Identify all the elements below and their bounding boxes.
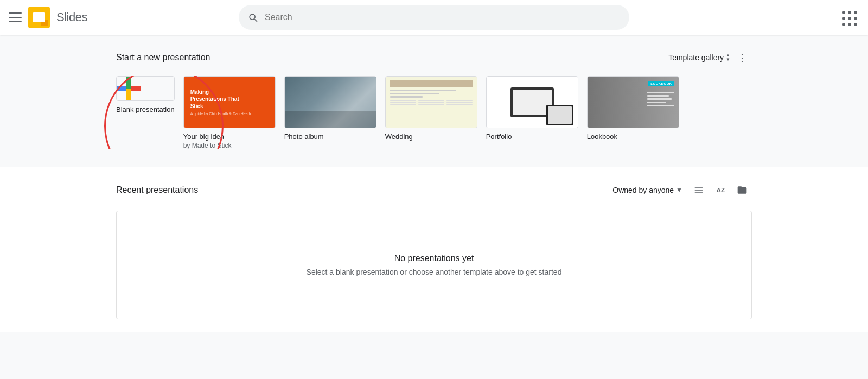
grid-dot bbox=[854, 17, 857, 20]
wedding-line-2 bbox=[390, 93, 439, 94]
wedding-col-line bbox=[418, 104, 444, 105]
wedding-col-line bbox=[446, 104, 473, 105]
wedding-col-line bbox=[418, 100, 444, 101]
recent-header: Recent presentations Owned by anyone ▼ bbox=[116, 180, 752, 200]
wedding-col-3 bbox=[446, 100, 473, 124]
portfolio-visual bbox=[487, 77, 578, 128]
template-card-made-to-stick[interactable]: MakingPresentations ThatStick A guide by… bbox=[183, 76, 276, 149]
sort-icon: AZ bbox=[715, 185, 726, 195]
made-stick-title-text: MakingPresentations ThatStick bbox=[190, 89, 239, 110]
wedding-col-line bbox=[446, 100, 473, 101]
owned-by-dropdown[interactable]: Owned by anyone ▼ bbox=[612, 186, 682, 194]
wedding-col-line bbox=[390, 102, 416, 103]
wedding-col-2 bbox=[418, 100, 444, 124]
template-section: Start a new presentation Template galler… bbox=[0, 35, 868, 158]
main-content: Start a new presentation Template galler… bbox=[0, 35, 868, 332]
wedding-col-line bbox=[446, 102, 473, 103]
grid-dot bbox=[848, 17, 851, 20]
template-card-lookbook[interactable]: LOOKBOOK Lookbook bbox=[587, 76, 679, 149]
search-icon bbox=[247, 12, 258, 23]
svg-rect-1 bbox=[695, 190, 703, 191]
grid-dot bbox=[842, 17, 845, 20]
lookbook-tag: LOOKBOOK bbox=[648, 81, 674, 86]
template-gallery-label: Template gallery bbox=[668, 53, 724, 62]
sort-button[interactable]: AZ bbox=[711, 180, 730, 200]
made-stick-thumb-visual: MakingPresentations ThatStick A guide by… bbox=[184, 77, 275, 128]
list-view-icon bbox=[693, 185, 704, 195]
portfolio-screen bbox=[513, 90, 552, 115]
portfolio-thumb bbox=[486, 76, 578, 128]
no-presentations-title: No presentations yet bbox=[394, 254, 474, 263]
wedding-name: Wedding bbox=[385, 132, 477, 141]
made-to-stick-sub: by Made to Stick bbox=[183, 142, 276, 149]
recent-container: No presentations yet Select a blank pres… bbox=[116, 211, 752, 319]
lookbook-thumb: LOOKBOOK bbox=[587, 76, 679, 128]
photo-album-image bbox=[285, 77, 376, 128]
search-input-wrap[interactable] bbox=[239, 5, 629, 30]
lookbook-line-5 bbox=[647, 105, 674, 106]
more-options-button[interactable] bbox=[732, 48, 752, 67]
template-card-photo-album[interactable]: Photo album bbox=[284, 76, 376, 149]
slides-logo-inner bbox=[33, 12, 45, 22]
wedding-thumb bbox=[385, 76, 477, 128]
wedding-columns bbox=[390, 100, 473, 124]
chevron-updown-icon bbox=[726, 53, 730, 62]
view-toggle: AZ bbox=[689, 180, 752, 200]
recent-title: Recent presentations bbox=[116, 185, 198, 195]
template-card-blank[interactable]: Blank presentation bbox=[116, 76, 175, 149]
svg-text:AZ: AZ bbox=[717, 186, 725, 193]
templates-scroll: Blank presentation MakingPresentations T… bbox=[0, 76, 868, 149]
no-presentations-subtitle: Select a blank presentation or choose an… bbox=[307, 268, 562, 276]
app-icon bbox=[28, 7, 50, 28]
wedding-col-line bbox=[418, 102, 444, 103]
photo-album-thumb bbox=[284, 76, 376, 128]
wedding-col-line bbox=[390, 100, 416, 101]
plus-v-bar bbox=[126, 77, 131, 100]
header-right bbox=[751, 7, 859, 28]
wedding-lines bbox=[390, 90, 473, 98]
photo-album-name: Photo album bbox=[284, 132, 376, 141]
folder-button[interactable] bbox=[732, 180, 752, 200]
wedding-visual bbox=[386, 77, 477, 128]
template-card-wedding[interactable]: Wedding bbox=[385, 76, 477, 149]
wedding-col-line bbox=[390, 104, 416, 105]
header: Slides bbox=[0, 0, 868, 35]
recent-section: Recent presentations Owned by anyone ▼ bbox=[0, 167, 868, 332]
svg-rect-2 bbox=[695, 192, 703, 193]
grid-dot bbox=[854, 23, 857, 26]
template-gallery-button[interactable]: Template gallery bbox=[668, 53, 730, 62]
blank-card-thumb bbox=[116, 76, 175, 101]
plus-v-green bbox=[126, 77, 131, 89]
lookbook-text-lines bbox=[647, 92, 674, 106]
svg-rect-0 bbox=[695, 187, 703, 188]
made-stick-subtitle: A guide by Chip Heath & Dan Heath bbox=[190, 112, 251, 116]
made-to-stick-name: Your big idea bbox=[183, 132, 276, 141]
grid-dot bbox=[848, 23, 851, 26]
lookbook-line-3 bbox=[647, 98, 672, 100]
template-card-portfolio[interactable]: Portfolio bbox=[486, 76, 578, 149]
section-title: Start a new presentation bbox=[116, 53, 210, 62]
wedding-header-bar bbox=[390, 80, 473, 87]
header-left: Slides bbox=[9, 7, 117, 28]
lookbook-line-1 bbox=[647, 92, 674, 93]
wedding-line-3 bbox=[390, 96, 423, 98]
grid-dot bbox=[854, 11, 857, 14]
dropdown-arrow-icon: ▼ bbox=[676, 186, 682, 194]
wedding-line-1 bbox=[390, 90, 456, 91]
menu-icon[interactable] bbox=[9, 11, 22, 24]
lookbook-line-4 bbox=[647, 102, 666, 103]
search-input[interactable] bbox=[265, 12, 621, 22]
template-header: Start a new presentation Template galler… bbox=[0, 48, 868, 76]
lookbook-name: Lookbook bbox=[587, 132, 679, 141]
list-view-button[interactable] bbox=[689, 180, 709, 200]
recent-controls: Owned by anyone ▼ AZ bbox=[612, 180, 752, 200]
template-gallery-controls: Template gallery bbox=[668, 48, 752, 67]
portfolio-name: Portfolio bbox=[486, 132, 578, 141]
lookbook-line-2 bbox=[647, 95, 669, 97]
portfolio-tablet-screen bbox=[548, 106, 572, 124]
search-bar bbox=[239, 5, 629, 30]
wedding-col-1 bbox=[390, 100, 416, 124]
grid-apps-icon[interactable] bbox=[838, 7, 859, 28]
plus-v-yellow bbox=[126, 89, 131, 100]
portfolio-tablet bbox=[546, 105, 573, 125]
